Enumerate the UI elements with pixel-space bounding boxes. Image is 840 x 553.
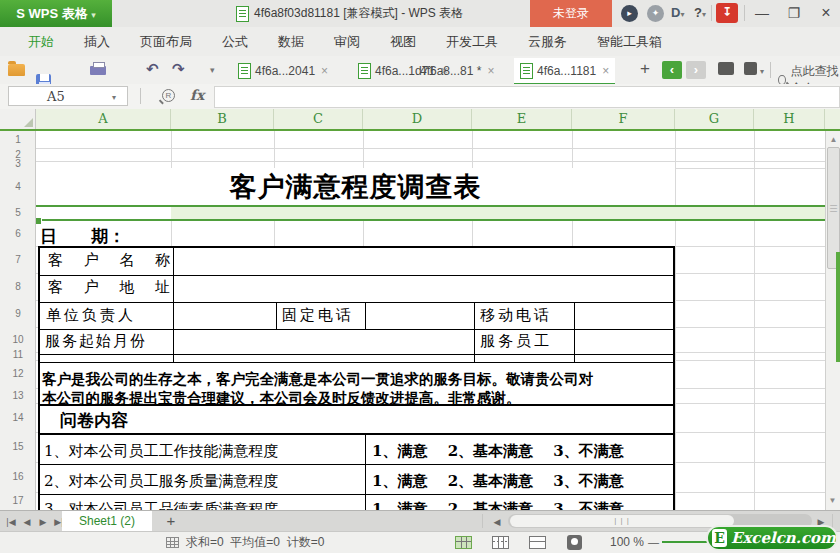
first-sheet-icon[interactable]: |◀: [4, 512, 18, 532]
column-header-b[interactable]: B: [171, 109, 274, 129]
doc-tab-3[interactable]: 4f6a8...81 * ×: [414, 58, 500, 83]
redo-icon[interactable]: ↷: [172, 60, 185, 78]
reading-view-icon[interactable]: [567, 535, 582, 550]
login-button[interactable]: 未登录: [530, 0, 612, 27]
column-header-f[interactable]: F: [572, 109, 675, 129]
docer-icon[interactable]: D▾: [671, 5, 684, 20]
row-header-3[interactable]: 3: [0, 159, 36, 168]
tab-scroll-right-button[interactable]: ›: [686, 61, 706, 79]
cell-fixed-phone-label[interactable]: 固定电话: [282, 306, 354, 325]
name-box[interactable]: A5: [8, 86, 128, 106]
row-header-17[interactable]: 17: [0, 492, 36, 510]
sheet-tab-active[interactable]: Sheet1 (2): [62, 511, 152, 532]
cell-service-start-label[interactable]: 服务起始月份: [45, 332, 147, 351]
doc-tab-1[interactable]: 4f6a...2041 ×: [232, 58, 334, 83]
row-header-14[interactable]: 14: [0, 403, 36, 432]
row-header-5[interactable]: 5: [0, 205, 36, 221]
row-header-13[interactable]: 13: [0, 388, 36, 403]
cell-question-1[interactable]: 1、对本公司员工工作技能满意程度: [44, 442, 279, 461]
cell-service-staff-label[interactable]: 服务员工: [480, 332, 552, 351]
column-header-d[interactable]: D: [363, 109, 472, 129]
minimize-button[interactable]: —: [750, 0, 774, 27]
next-sheet-icon[interactable]: ▶: [36, 512, 50, 532]
cell-section-title[interactable]: 问卷内容: [60, 409, 128, 432]
wps-cloud-icon[interactable]: ▸: [621, 5, 638, 22]
row-header-15[interactable]: 15: [0, 432, 36, 462]
row-header-1[interactable]: 1: [0, 131, 36, 148]
row-header-16[interactable]: 16: [0, 462, 36, 492]
undo-icon[interactable]: ↶: [146, 60, 159, 78]
menu-formulas[interactable]: 公式: [222, 33, 248, 51]
column-header-h[interactable]: H: [754, 109, 825, 129]
normal-view-icon[interactable]: [455, 536, 472, 549]
column-header-c[interactable]: C: [274, 109, 363, 129]
page-layout-view-icon[interactable]: [529, 536, 546, 549]
cell-question-2[interactable]: 2、对本公司员工服务质量满意程度: [44, 472, 279, 491]
toolbar-more-icon[interactable]: ▾: [210, 65, 215, 75]
magnifier-icon[interactable]: R: [162, 89, 175, 102]
cell-notice-line1[interactable]: 客户是我公司的生存之本，客户完全满意是本公司一贯追求的服务目标。敬请贵公司对: [42, 370, 674, 389]
cell-answer-1[interactable]: 1、满意 2、基本满意 3、不满意: [372, 442, 624, 461]
menu-cloud[interactable]: 云服务: [528, 33, 567, 51]
cell-mobile-phone-label[interactable]: 移动电话: [480, 306, 552, 325]
scroll-up-icon[interactable]: ▲: [826, 135, 840, 144]
cell-customer-name-label[interactable]: 客 户 名 称: [48, 251, 178, 270]
row-header-6[interactable]: 6: [0, 221, 36, 246]
upgrade-icon[interactable]: ✦: [647, 5, 664, 22]
workspace-icon[interactable]: [718, 62, 734, 75]
cell-customer-address-label[interactable]: 客 户 地 址: [48, 278, 178, 297]
flag-icon[interactable]: [744, 62, 757, 75]
cell-answer-3[interactable]: 1、满意 2、基本满意 3、不满意: [372, 500, 624, 510]
close-icon[interactable]: ×: [602, 64, 609, 78]
print-icon[interactable]: [90, 61, 108, 79]
menu-data[interactable]: 数据: [278, 33, 304, 51]
fx-button[interactable]: fx: [190, 87, 204, 103]
add-sheet-button[interactable]: +: [160, 511, 182, 532]
row-header-4[interactable]: 4: [0, 168, 36, 205]
close-icon[interactable]: ×: [321, 64, 328, 78]
menu-view[interactable]: 视图: [390, 33, 416, 51]
menu-smart-toolbox[interactable]: 智能工具箱: [597, 33, 662, 51]
download-icon[interactable]: ↧: [716, 3, 738, 23]
cell-form-title[interactable]: 客户满意程度调查表: [36, 168, 675, 205]
menu-developer[interactable]: 开发工具: [446, 33, 498, 51]
select-all-corner[interactable]: [0, 109, 36, 129]
row-header-9[interactable]: 9: [0, 300, 36, 327]
help-icon[interactable]: ?▾: [694, 5, 706, 20]
doc-tab-4-active[interactable]: 4f6a...1181 ×: [514, 58, 615, 85]
zoom-out-button[interactable]: —: [648, 532, 659, 553]
cell-answer-2[interactable]: 1、满意 2、基本满意 3、不满意: [372, 472, 624, 491]
row-header-8[interactable]: 8: [0, 273, 36, 300]
horizontal-scroll-thumb[interactable]: | | |: [510, 515, 734, 527]
selected-cell-a5[interactable]: [36, 207, 171, 219]
row-header-11[interactable]: 11: [0, 350, 36, 360]
row-header-12[interactable]: 12: [0, 360, 36, 388]
cell-contact-label[interactable]: 单位负责人: [46, 306, 136, 325]
column-header-a[interactable]: A: [36, 109, 171, 129]
column-header-g[interactable]: G: [675, 109, 754, 129]
name-box-dropdown-icon[interactable]: ▾: [112, 93, 116, 102]
survey-form-table[interactable]: 客 户 名 称 客 户 地 址 单位负责人 固定电话 移动电话 服务起始月份 服…: [38, 246, 675, 510]
menu-home[interactable]: 开始: [28, 33, 54, 51]
row-header-7[interactable]: 7: [0, 246, 36, 273]
cell-question-3[interactable]: 3、对本公司员工品德素质满意程度: [44, 500, 279, 510]
prev-sheet-icon[interactable]: ◀: [20, 512, 34, 532]
close-button[interactable]: ×: [814, 0, 838, 27]
wps-app-button[interactable]: S WPS 表格 ▾: [0, 0, 112, 27]
scroll-down-icon[interactable]: ▼: [825, 496, 840, 505]
column-header-e[interactable]: E: [472, 109, 572, 129]
tab-scroll-left-button[interactable]: ‹: [662, 61, 682, 79]
maximize-button[interactable]: ❐: [782, 0, 806, 27]
new-tab-button[interactable]: +: [640, 59, 650, 79]
menu-review[interactable]: 审阅: [334, 33, 360, 51]
cell-date-label[interactable]: 日 期：: [40, 223, 340, 247]
page-break-view-icon[interactable]: [492, 536, 509, 549]
hscroll-left-icon[interactable]: ◀: [490, 512, 504, 532]
menu-page-layout[interactable]: 页面布局: [140, 33, 192, 51]
sheet-grid[interactable]: 客户满意程度调查表 日 期：: [0, 131, 840, 510]
formula-input[interactable]: [214, 86, 840, 108]
cell-notice-line2[interactable]: 本公司的服务提出宝贵合理建议，本公司会及时反馈改进提高。非常感谢。: [42, 389, 674, 408]
close-icon[interactable]: ×: [487, 64, 494, 78]
open-icon[interactable]: [8, 64, 25, 76]
menu-insert[interactable]: 插入: [84, 33, 110, 51]
